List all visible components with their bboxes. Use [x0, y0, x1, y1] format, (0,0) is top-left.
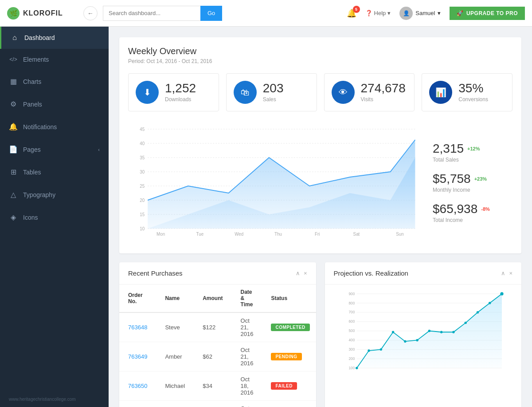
sidebar-item-label: Dashboard — [24, 34, 100, 41]
monthly-income-stat: $5,758 +23% Monthly Income — [433, 172, 512, 193]
svg-text:700: 700 — [348, 310, 355, 314]
col-order: Order No. — [119, 285, 156, 312]
sidebar-item-panels[interactable]: ⚙ Panels — [0, 93, 109, 115]
svg-text:600: 600 — [348, 320, 355, 324]
header: 🌿 KLOROFIL ← Go 🔔 5 ❓ Help ▾ 👤 Samuel ▾ … — [0, 0, 532, 27]
close-icon[interactable]: × — [304, 270, 307, 277]
sidebar-item-tables[interactable]: ⊞ Tables — [0, 161, 109, 183]
col-amount: Amount — [194, 285, 231, 312]
order-number[interactable]: 763649 — [119, 342, 156, 371]
sidebar-item-typography[interactable]: △ Typography — [0, 183, 109, 206]
close-icon[interactable]: × — [509, 270, 512, 277]
svg-marker-17 — [148, 140, 415, 229]
collapse-icon[interactable]: ∧ — [501, 270, 505, 277]
customer-name: Michael — [156, 371, 194, 401]
recent-purchases-card: Recent Purchases ∧ × Order No. Name Amou… — [119, 262, 316, 407]
search-area: Go — [103, 6, 222, 21]
sidebar-item-notifications[interactable]: 🔔 Notifications — [0, 115, 109, 138]
stat-info: 35% Conversions — [458, 82, 488, 103]
upgrade-label: UPGRADE TO PRO — [466, 10, 518, 16]
svg-point-46 — [379, 348, 382, 351]
order-number[interactable]: 763651 — [119, 401, 156, 407]
svg-point-53 — [464, 322, 466, 324]
amount: $122 — [194, 312, 231, 342]
svg-text:Fri: Fri — [315, 232, 320, 236]
date-time: Oct 17, 2016 — [232, 401, 262, 407]
conversions-icon: 📊 — [429, 81, 452, 104]
svg-point-44 — [356, 367, 358, 369]
total-income-stat: $65,938 -8% Total Income — [433, 202, 512, 223]
svg-point-47 — [391, 331, 394, 333]
date-time: Oct 21, 2016 — [232, 342, 262, 371]
collapse-icon[interactable]: ∧ — [296, 270, 300, 277]
sidebar-item-label: Typography — [23, 191, 100, 198]
chart-icon: ▦ — [9, 77, 18, 86]
total-sales-label: Total Sales — [433, 157, 512, 163]
code-icon: </> — [9, 56, 18, 63]
user-menu[interactable]: 👤 Samuel ▾ — [399, 7, 441, 20]
downloads-value: 1,252 — [165, 82, 196, 95]
total-income-trend: -8% — [481, 206, 490, 212]
svg-text:15: 15 — [140, 212, 145, 217]
notifications-button[interactable]: 🔔 5 — [347, 8, 356, 18]
svg-text:Sat: Sat — [353, 232, 360, 236]
back-button[interactable]: ← — [83, 6, 98, 20]
search-button[interactable]: Go — [200, 6, 222, 21]
sidebar-item-elements[interactable]: </> Elements — [0, 49, 109, 70]
main-content: Weekly Overview Period: Oct 14, 2016 - O… — [109, 27, 532, 407]
monthly-income-value: $5,758 — [433, 172, 471, 186]
projection-card: Projection vs. Realization ∧ × — [325, 262, 522, 407]
sidebar-item-icons[interactable]: ◈ Icons — [0, 206, 109, 229]
sidebar-item-dashboard[interactable]: ⌂ Dashboard — [0, 27, 109, 49]
downloads-label: Downloads — [165, 96, 196, 103]
chart-area: 45 40 35 30 25 20 15 10 — [128, 120, 424, 245]
projection-title: Projection vs. Realization — [334, 269, 408, 277]
svg-text:Mon: Mon — [156, 232, 165, 236]
col-status: Status — [262, 285, 316, 312]
sidebar-item-label: Panels — [23, 101, 100, 108]
stat-info: 1,252 Downloads — [165, 82, 196, 103]
total-sales-trend: +12% — [467, 146, 480, 151]
svg-point-56 — [500, 292, 503, 295]
svg-text:20: 20 — [140, 198, 145, 203]
svg-text:35: 35 — [140, 155, 145, 160]
svg-text:40: 40 — [140, 141, 145, 146]
table-row: 763650 Michael $34 Oct 18, 2016 FAILED — [119, 371, 316, 401]
status-badge: PENDING — [262, 342, 316, 371]
svg-text:25: 25 — [140, 184, 145, 189]
table-row: 763651 Roger $186 Oct 17, 2016 SUCCESS — [119, 401, 316, 407]
help-button[interactable]: ❓ Help ▾ — [365, 10, 391, 16]
order-number[interactable]: 763648 — [119, 312, 156, 342]
table-icon: ⊞ — [9, 168, 18, 176]
projection-header: Projection vs. Realization ∧ × — [325, 262, 522, 285]
sidebar-item-charts[interactable]: ▦ Charts — [0, 70, 109, 93]
rocket-icon: 🚀 — [457, 10, 464, 16]
monthly-income-label: Monthly Income — [433, 187, 512, 193]
upgrade-button[interactable]: 🚀 UPGRADE TO PRO — [450, 7, 525, 20]
stat-card-visits: 👁 274,678 Visits — [324, 73, 415, 111]
chart-stats: 2,315 +12% Total Sales $5,758 +23% Month… — [424, 120, 512, 245]
header-right: 🔔 5 ❓ Help ▾ 👤 Samuel ▾ 🚀 UPGRADE TO PRO — [347, 7, 525, 20]
bottom-row: Recent Purchases ∧ × Order No. Name Amou… — [119, 262, 521, 407]
svg-point-48 — [404, 340, 406, 342]
sidebar-item-pages[interactable]: 📄 Pages ‹ — [0, 138, 109, 161]
chevron-down-icon: ▾ — [387, 10, 391, 16]
home-icon: ⌂ — [10, 34, 19, 42]
sidebar: ⌂ Dashboard </> Elements ▦ Charts ⚙ Pane… — [0, 27, 109, 407]
area-chart: 45 40 35 30 25 20 15 10 — [128, 120, 424, 236]
card-actions: ∧ × — [296, 270, 307, 277]
stat-card-downloads: ⬇ 1,252 Downloads — [128, 73, 219, 111]
gear-icon: ⚙ — [9, 100, 18, 108]
col-name: Name — [156, 285, 194, 312]
svg-text:300: 300 — [348, 348, 355, 352]
svg-text:Tue: Tue — [196, 232, 204, 236]
search-input[interactable] — [103, 6, 200, 21]
typography-icon: △ — [9, 190, 18, 199]
stats-row: ⬇ 1,252 Downloads 🛍 203 Sales 👁 — [128, 73, 512, 111]
amount: $62 — [194, 342, 231, 371]
bell-icon: 🔔 — [9, 122, 18, 131]
layout: ⌂ Dashboard </> Elements ▦ Charts ⚙ Pane… — [0, 27, 532, 407]
date-time: Oct 18, 2016 — [232, 371, 262, 401]
order-number[interactable]: 763650 — [119, 371, 156, 401]
weekly-overview-period: Period: Oct 14, 2016 - Oct 21, 2016 — [128, 58, 512, 64]
